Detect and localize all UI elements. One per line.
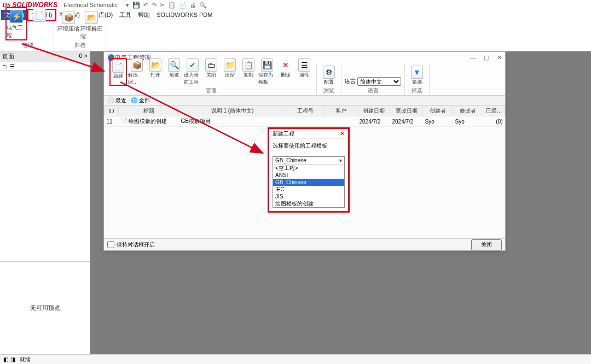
col-projno[interactable]: 工程号 [286, 106, 325, 116]
combo-option-jis[interactable]: JIS [273, 193, 344, 200]
unzip-icon: 📦 [131, 59, 143, 71]
side-panel: 页面 0 × 🗀 ☰ 无可用预览 [0, 51, 90, 354]
minimize-icon[interactable]: ― [470, 54, 476, 61]
config-button[interactable]: ⚙配置 [320, 65, 338, 86]
language-select[interactable]: 简体中文 [357, 77, 401, 86]
mgr-group-lang: 语言 简体中文 语言 [341, 64, 405, 95]
ribbon-blank-button[interactable]: 📄 [28, 7, 50, 40]
combo-selected[interactable]: GB_Chinese [273, 157, 344, 164]
tree-icon[interactable]: 🗀 [2, 63, 8, 69]
properties-button[interactable]: ☰属性 [296, 58, 313, 86]
compress-button[interactable]: 📁压缩 [221, 58, 239, 86]
cell-projno [286, 116, 325, 127]
combo-option-gb[interactable]: GB_Chinese [273, 179, 344, 186]
dialog-close-icon[interactable]: ✕ [340, 130, 345, 137]
ribbon-group-label: 管理 [22, 42, 33, 49]
cell-opened: (0) [483, 116, 505, 127]
cell-modifier: Syo [453, 116, 483, 127]
combo-option-iec[interactable]: IEC [273, 186, 344, 193]
preview-button[interactable]: 🔍预览 [165, 58, 183, 86]
zoom-icon[interactable]: 🔍 [199, 2, 207, 9]
menu-help[interactable]: 帮助 [135, 10, 153, 20]
undo-icon[interactable]: ↶ [143, 2, 148, 9]
env-decompress-button[interactable]: 📂 环境解压缩 [80, 9, 102, 40]
close-project-button[interactable]: 🗀关闭 [202, 58, 220, 86]
combo-option-ansi[interactable]: ANSI [273, 172, 344, 179]
save-template-button[interactable]: 💾保存为模板 [258, 58, 276, 86]
col-id[interactable]: ID [105, 106, 119, 116]
col-customer[interactable]: 客户 [325, 106, 357, 116]
print-icon[interactable]: 🖨 [190, 2, 196, 9]
dialog-body: 选择要使用的工程模板 GB_Chinese <空工程> ANSI GB_Chin… [269, 139, 348, 211]
cell-desc: GB模板项目 [179, 116, 286, 127]
folder-icon: 🗀 [205, 59, 217, 71]
col-opened[interactable]: 已通… [483, 106, 505, 116]
doc-icon: 📄 [32, 8, 47, 22]
side-panel-tools: 🗀 ☰ [0, 62, 90, 71]
col-creator[interactable]: 创建者 [423, 106, 453, 116]
product-name: | Electrical Schematic [59, 2, 118, 8]
mgr-group-label: 管理 [206, 87, 217, 95]
menu-pdm[interactable]: SOLIDWORKS PDM [153, 10, 216, 19]
side-panel-preview: 无可用预览 [0, 261, 90, 354]
filter-button[interactable]: ▼筛选 [408, 65, 426, 86]
cell-customer [325, 116, 357, 127]
main-area: 页面 0 × 🗀 ☰ 无可用预览 🔵 电气工程管理 ― ▢ ✕ [0, 51, 591, 354]
keep-open-input[interactable] [107, 241, 114, 248]
manager-footer: 保持对话框开启 关闭 [104, 238, 505, 250]
status-bar: ◧ ◨ 就绪 [0, 354, 591, 364]
copy-icon[interactable]: 📋 [168, 2, 176, 9]
col-desc[interactable]: 说明 1 (简体中文) [179, 106, 286, 116]
all-filter[interactable]: 🌐全部 [131, 97, 150, 104]
list-icon[interactable]: ☰ [10, 63, 15, 69]
close-icon[interactable]: ✕ [497, 54, 502, 61]
title-bar: DS SOLIDWORKS | Electrical Schematic ▾ 💾… [0, 0, 591, 10]
cut-icon[interactable]: ✂ [160, 2, 165, 9]
template-icon: 💾 [261, 59, 273, 71]
mgr-group-browse: ⚙配置 浏览 [317, 64, 341, 95]
combo-option-template[interactable]: 绘图模板的创建 [273, 200, 344, 207]
env-compress-button[interactable]: 📦 环境压缩 [57, 9, 79, 40]
recent-filter[interactable]: 🕘最近 [107, 97, 126, 104]
copy-button[interactable]: 📋复制 [240, 58, 257, 86]
copy-icon: 📋 [242, 59, 254, 71]
funnel-icon: ▼ [411, 66, 423, 78]
table-row[interactable]: 11 📄 绘图模板的创建 GB模板项目 2024/7/2 2024/7/2 Sy… [105, 116, 505, 127]
set-current-button[interactable]: ✔设为当前工程 [184, 58, 201, 86]
side-panel-pin[interactable]: 0 × [79, 52, 88, 61]
redo-icon[interactable]: ↷ [152, 2, 157, 9]
save-icon[interactable]: 💾 [132, 2, 140, 9]
cell-id: 11 [105, 116, 119, 127]
col-mdate[interactable]: 更改日期 [390, 106, 423, 116]
sb-icon[interactable]: ◧ [3, 356, 8, 362]
manager-ribbon: 📄 新建 📦解压缩… 📂打开 🔍预览 ✔设为当前工程 🗀关闭 📁压缩 📋复制 💾… [104, 63, 505, 96]
delete-button[interactable]: ✕删除 [277, 58, 294, 86]
elec-project-button[interactable]: ⚡ 电气工程 [5, 7, 27, 40]
mgr-group-filter: ▼筛选 筛选 [405, 64, 430, 95]
mgr-group-manage: 📄 新建 📦解压缩… 📂打开 🔍预览 ✔设为当前工程 🗀关闭 📁压缩 📋复制 💾… [106, 64, 317, 95]
paste-icon[interactable]: 📄 [179, 2, 187, 9]
menu-tools[interactable]: 工具 [116, 10, 135, 20]
new-icon: 📄 [112, 60, 124, 72]
template-combobox[interactable]: GB_Chinese <空工程> ANSI GB_Chinese IEC JIS… [273, 156, 345, 208]
col-modifier[interactable]: 修改者 [453, 106, 483, 116]
unzip-button[interactable]: 📦解压缩… [128, 58, 146, 86]
col-title[interactable]: 标题 [119, 106, 179, 116]
new-project-button[interactable]: 📄 新建 [109, 58, 127, 86]
combo-option-empty[interactable]: <空工程> [273, 165, 344, 172]
side-panel-body [0, 71, 90, 261]
manager-filterbar: 🕘最近 🌐全部 [104, 96, 505, 105]
keep-open-checkbox[interactable]: 保持对话框开启 [107, 241, 155, 249]
cell-title: 📄 绘图模板的创建 [119, 116, 179, 127]
workspace: 🔵 电气工程管理 ― ▢ ✕ 📄 新建 📦解压缩… � [90, 51, 591, 354]
cell-creator: Syo [423, 116, 453, 127]
preview-icon: 🔍 [168, 59, 180, 71]
qat-icon[interactable]: ▾ [126, 2, 129, 9]
close-button[interactable]: 关闭 [471, 239, 502, 250]
open-button[interactable]: 📂打开 [147, 58, 164, 86]
open-icon: 📂 [149, 59, 161, 71]
sb-icon[interactable]: ◨ [10, 356, 15, 362]
col-cdate[interactable]: 创建日期 [357, 106, 390, 116]
clock-icon: 🕘 [107, 97, 114, 103]
maximize-icon[interactable]: ▢ [484, 54, 489, 61]
